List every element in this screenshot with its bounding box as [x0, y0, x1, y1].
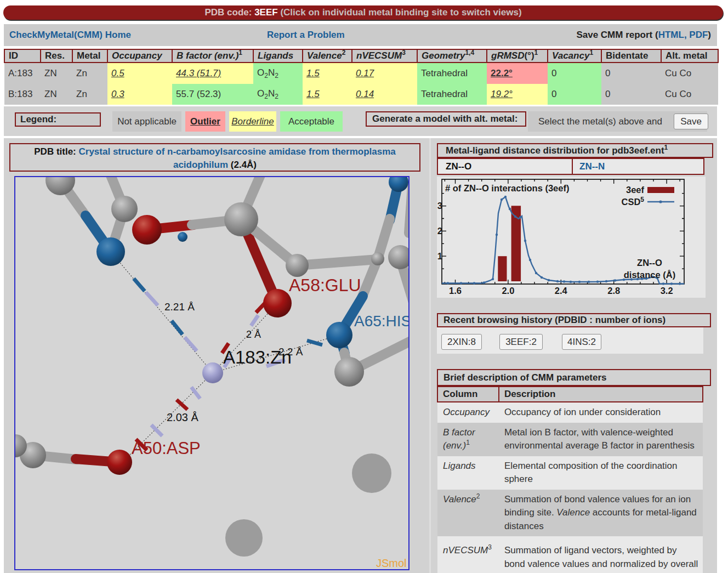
svg-text:A183:Zn: A183:Zn — [223, 347, 292, 367]
svg-text:# of ZN--O interactions (3eef): # of ZN--O interactions (3eef) — [445, 183, 569, 193]
svg-text:CSD5: CSD5 — [621, 196, 644, 207]
svg-text:A58:GLU: A58:GLU — [289, 275, 361, 295]
svg-text:distance (Å): distance (Å) — [624, 270, 675, 280]
svg-text:2.4: 2.4 — [555, 286, 568, 296]
svg-text:A50:ASP: A50:ASP — [132, 439, 201, 458]
svg-text:1: 1 — [437, 251, 442, 261]
svg-text:2.21 Å: 2.21 Å — [164, 301, 195, 313]
svg-text:3eef: 3eef — [626, 185, 645, 195]
svg-text:1.6: 1.6 — [449, 286, 462, 296]
svg-text:3: 3 — [437, 201, 442, 211]
svg-text:2.03 Å: 2.03 Å — [167, 411, 198, 423]
svg-text:3.2: 3.2 — [661, 286, 673, 296]
svg-text:A65:HIS: A65:HIS — [354, 313, 408, 330]
svg-text:2.0: 2.0 — [502, 286, 514, 296]
svg-text:JSmol: JSmol — [376, 557, 407, 569]
svg-text:2 Å: 2 Å — [246, 329, 261, 340]
svg-text:ZN--O: ZN--O — [637, 258, 662, 268]
svg-text:2: 2 — [437, 226, 442, 236]
svg-text:2.8: 2.8 — [607, 286, 620, 296]
